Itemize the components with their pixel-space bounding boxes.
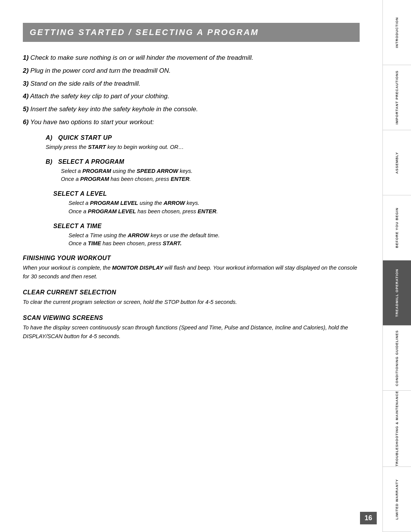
numbered-list: 1) Check to make sure nothing is on or w… [23, 53, 360, 127]
list-item: 5) Insert the safety key into the safety… [23, 105, 360, 114]
list-item: 1) Check to make sure nothing is on or w… [23, 53, 360, 62]
list-item: 2) Plug in the power cord and turn the t… [23, 66, 360, 75]
step-text: Attach the safety key clip to part of yo… [30, 93, 169, 100]
sidebar-label-warranty: LIMITED WARRANTY [395, 479, 399, 520]
sidebar-item-conditioning[interactable]: CONDITIONING GUIDELINES [383, 326, 411, 391]
subsection-level-heading: SELECT A LEVEL [53, 190, 107, 197]
list-item: 4) Attach the safety key clip to part of… [23, 92, 360, 101]
sidebar-label-introduction: INTRODUCTION [395, 17, 399, 48]
subsection-a-letter: A) [46, 134, 53, 141]
sidebar-label-troubleshooting: TROUBLESHOOTING & MAINTENANCE [395, 391, 399, 466]
subsection-time-heading: SELECT A TIME [53, 223, 102, 229]
list-item: 6) You have two options to start your wo… [23, 118, 360, 127]
step-num: 5) [23, 105, 29, 113]
subsection-level: SELECT A LEVEL Select a PROGRAM LEVEL us… [53, 190, 360, 216]
sidebar-item-assembly[interactable]: ASSEMBLY [383, 130, 411, 195]
sidebar: INTRODUCTION IMPORTANT PRECAUTIONS ASSEM… [382, 0, 411, 532]
sidebar-label-assembly: ASSEMBLY [395, 152, 399, 174]
list-item: 3) Stand on the side rails of the treadm… [23, 79, 360, 88]
step-text: Plug in the power cord and turn the trea… [30, 67, 171, 74]
subsection-b-letter: B) [46, 158, 53, 165]
step-text: Insert the safety key into the safety ke… [30, 105, 198, 113]
subsection-b-title: B) SELECT A PROGRAM [46, 158, 360, 165]
page-header: GETTING STARTED / SELECTING A PROGRAM [23, 23, 360, 42]
section-finishing: FINISHING YOUR WORKOUT When your workout… [23, 255, 360, 281]
subsection-level-body: Select a PROGRAM LEVEL using the ARROW k… [68, 199, 360, 216]
sidebar-label-conditioning: CONDITIONING GUIDELINES [395, 330, 399, 386]
section-scan-title: SCAN VIEWING SCREENS [23, 315, 360, 321]
step-num: 4) [23, 93, 29, 100]
sidebar-item-warranty[interactable]: LIMITED WARRANTY [383, 467, 411, 532]
step-num: 1) [23, 54, 29, 61]
section-clear: CLEAR CURRENT SELECTION To clear the cur… [23, 289, 360, 306]
sidebar-item-introduction[interactable]: INTRODUCTION [383, 0, 411, 65]
step-num: 6) [23, 118, 29, 126]
subsection-b-heading: SELECT A PROGRAM [58, 158, 124, 165]
section-clear-title: CLEAR CURRENT SELECTION [23, 289, 360, 296]
subsection-b: B) SELECT A PROGRAM Select a PROGRAM usi… [46, 158, 360, 184]
main-content: GETTING STARTED / SELECTING A PROGRAM 1)… [0, 0, 381, 532]
sidebar-label-before: BEFORE YOU BEGIN [395, 208, 399, 248]
section-clear-body: To clear the current program selection o… [23, 298, 360, 306]
step-text: You have two options to start your worko… [30, 118, 154, 126]
section-finishing-title: FINISHING YOUR WORKOUT [23, 255, 360, 262]
subsection-a: A) QUICK START UP Simply press the START… [46, 134, 360, 152]
sidebar-item-troubleshooting[interactable]: TROUBLESHOOTING & MAINTENANCE [383, 391, 411, 467]
subsection-a-body: Simply press the START key to begin work… [46, 143, 360, 152]
subsection-b-body: Select a PROGRAM using the SPEED ARROW k… [61, 167, 360, 184]
sidebar-label-precautions: IMPORTANT PRECAUTIONS [395, 70, 399, 125]
subsection-a-heading: QUICK START UP [58, 134, 112, 141]
subsection-time: SELECT A TIME Select a Time using the AR… [53, 223, 360, 248]
sidebar-item-precautions[interactable]: IMPORTANT PRECAUTIONS [383, 65, 411, 130]
section-finishing-body: When your workout is complete, the MONIT… [23, 264, 360, 281]
step-text: Check to make sure nothing is on or will… [30, 54, 253, 61]
step-text: Stand on the side rails of the treadmill… [30, 80, 140, 87]
subsection-a-title: A) QUICK START UP [46, 134, 360, 141]
step-num: 3) [23, 80, 29, 87]
subsection-time-body: Select a Time using the ARROW keys or us… [68, 232, 360, 248]
subsection-level-title: SELECT A LEVEL [53, 190, 360, 197]
page-number: 16 [360, 512, 377, 524]
sidebar-item-before[interactable]: BEFORE YOU BEGIN [383, 195, 411, 260]
section-scan-body: To have the display screen continuously … [23, 323, 360, 340]
subsection-time-title: SELECT A TIME [53, 223, 360, 230]
section-scan: SCAN VIEWING SCREENS To have the display… [23, 315, 360, 340]
page-title: GETTING STARTED / SELECTING A PROGRAM [30, 27, 353, 37]
sidebar-item-operation[interactable]: TREADMILL OPERATION [383, 260, 411, 326]
sidebar-label-operation: TREADMILL OPERATION [395, 269, 399, 317]
step-num: 2) [23, 67, 29, 74]
